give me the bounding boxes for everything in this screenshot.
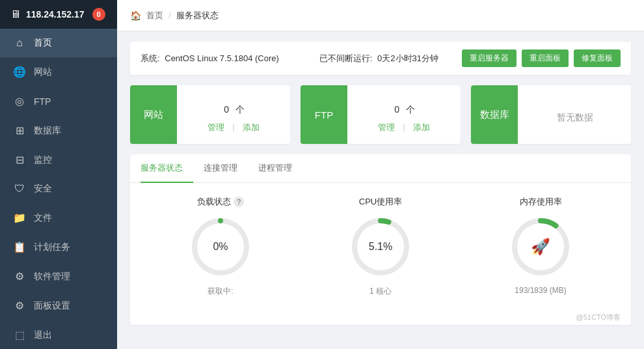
folder-icon: 📁 (13, 212, 26, 224)
memory-title-text: 内存使用率 (520, 196, 562, 208)
gauges-row: 负载状态 ? 0% 获取中: CPU使用率 (130, 183, 631, 310)
runtime-label-text: 已不间断运行: (319, 53, 373, 63)
sidebar-item-cron[interactable]: 📋 计划任务 (0, 232, 117, 262)
sidebar-item-database[interactable]: ⊞ 数据库 (0, 116, 117, 145)
globe-icon: 🌐 (13, 66, 26, 78)
cpu-subtitle: 1 核心 (369, 286, 392, 297)
stats-row: 网站 0 个 管理 | 添加 FTP (130, 85, 631, 144)
monitor-icon: 🖥 (10, 8, 21, 20)
sidebar-item-panel[interactable]: ⚙ 面板设置 (0, 291, 117, 320)
breadcrumb-home[interactable]: 首页 (146, 10, 163, 21)
monitor-nav-icon: ⊟ (13, 154, 26, 166)
sidebar-item-home[interactable]: ⌂ 首页 (0, 29, 117, 57)
sidebar-label-monitor: 监控 (34, 154, 52, 166)
load-gauge: 负载状态 ? 0% 获取中: (141, 196, 301, 297)
website-add-link[interactable]: 添加 (243, 122, 260, 133)
ftp-add-link[interactable]: 添加 (413, 122, 430, 133)
system-label: 系统: CentOS Linux 7.5.1804 (Core) (141, 53, 279, 64)
cpu-gauge-title: CPU使用率 (359, 196, 402, 208)
ftp-stat-card: FTP 0 个 管理 | 添加 (301, 85, 461, 144)
load-gauge-title: 负载状态 ? (197, 196, 244, 208)
cpu-value: 5.1% (369, 241, 392, 253)
website-count-unit: 个 (235, 104, 245, 115)
sidebar-label-ftp: FTP (34, 96, 51, 107)
memory-value: 🚀 (531, 238, 550, 256)
help-icon[interactable]: ? (234, 197, 244, 207)
ftp-card-body: 0 个 管理 | 添加 (347, 85, 461, 144)
memory-subtitle: 193/1839 (MB) (515, 286, 566, 295)
tab-process[interactable]: 进程管理 (248, 154, 302, 183)
sidebar-label-software: 软件管理 (34, 271, 70, 283)
page-content: 系统: CentOS Linux 7.5.1804 (Core) 已不间断运行:… (117, 31, 644, 349)
main-content: 🏠 首页 / 服务器状态 系统: CentOS Linux 7.5.1804 (… (117, 0, 644, 349)
home-icon: ⌂ (13, 37, 26, 49)
cpu-gauge-circle: 5.1% (348, 214, 413, 279)
sidebar: 🖥 118.24.152.17 0 ⌂ 首页 🌐 网站 ◎ FTP ⊞ 数据库 … (0, 0, 117, 349)
website-stat-card: 网站 0 个 管理 | 添加 (130, 85, 290, 144)
database-icon: ⊞ (13, 124, 26, 137)
sidebar-label-security: 安全 (34, 183, 52, 195)
sidebar-label-panel: 面板设置 (34, 300, 70, 312)
database-count: 暂无数据 (556, 104, 593, 126)
sidebar-label-database: 数据库 (34, 125, 61, 137)
system-info-bar: 系统: CentOS Linux 7.5.1804 (Core) 已不间断运行:… (130, 42, 631, 75)
logout-icon: ⬚ (13, 329, 26, 341)
sidebar-label-logout: 退出 (34, 329, 52, 341)
tabs-section: 服务器状态 连接管理 进程管理 负载状态 ? (130, 154, 631, 325)
load-subtitle: 获取中: (208, 286, 233, 297)
breadcrumb-current: 服务器状态 (176, 10, 219, 21)
cpu-title-text: CPU使用率 (359, 196, 402, 208)
sidebar-header: 🖥 118.24.152.17 0 (0, 0, 117, 29)
website-count-num: 0 (224, 104, 229, 115)
restart-server-button[interactable]: 重启服务器 (462, 49, 517, 67)
notification-badge[interactable]: 0 (92, 8, 105, 21)
memory-gauge-circle: 🚀 (508, 214, 573, 279)
ftp-icon: ◎ (13, 95, 26, 107)
cpu-gauge: CPU使用率 5.1% 1 核心 (301, 196, 461, 297)
ftp-card-label: FTP (301, 85, 347, 144)
sidebar-item-ftp[interactable]: ◎ FTP (0, 87, 117, 116)
sidebar-item-website[interactable]: 🌐 网站 (0, 57, 117, 87)
ftp-manage-link[interactable]: 管理 (378, 122, 395, 133)
tab-server-status[interactable]: 服务器状态 (141, 154, 193, 183)
database-card-body: 暂无数据 (518, 85, 631, 144)
software-icon: ⚙ (13, 270, 26, 283)
sidebar-item-security[interactable]: 🛡 安全 (0, 174, 117, 203)
sidebar-label-cron: 计划任务 (34, 242, 70, 253)
shield-icon: 🛡 (13, 183, 26, 195)
restart-panel-button[interactable]: 重启面板 (522, 49, 569, 67)
runtime-value-text: 0天2小时31分钟 (377, 53, 438, 63)
sidebar-nav: ⌂ 首页 🌐 网站 ◎ FTP ⊞ 数据库 ⊟ 监控 🛡 安全 📁 文件 📋 (0, 29, 117, 349)
sidebar-item-monitor[interactable]: ⊟ 监控 (0, 145, 117, 174)
runtime-label: 已不间断运行: 0天2小时31分钟 (319, 53, 438, 64)
website-card-body: 0 个 管理 | 添加 (177, 85, 290, 144)
sidebar-item-files[interactable]: 📁 文件 (0, 203, 117, 232)
tabs-header: 服务器状态 连接管理 进程管理 (130, 154, 631, 183)
sidebar-item-logout[interactable]: ⬚ 退出 (0, 320, 117, 349)
sidebar-item-software[interactable]: ⚙ 软件管理 (0, 262, 117, 291)
website-card-label: 网站 (130, 85, 177, 144)
load-gauge-circle: 0% (188, 214, 253, 279)
breadcrumb-home-icon: 🏠 (130, 10, 141, 21)
repair-panel-button[interactable]: 修复面板 (574, 49, 621, 67)
database-card-label: 数据库 (471, 85, 518, 144)
website-actions: 管理 | 添加 (208, 122, 259, 133)
load-value: 0% (213, 241, 228, 253)
sidebar-label-home: 首页 (34, 37, 52, 49)
ftp-count-num: 0 (394, 104, 399, 115)
website-manage-link[interactable]: 管理 (208, 122, 224, 133)
memory-gauge: 内存使用率 🚀 193/1839 (MB) (461, 196, 621, 297)
topbar: 🏠 首页 / 服务器状态 (117, 0, 644, 31)
database-count-text: 暂无数据 (557, 112, 593, 122)
panel-icon: ⚙ (13, 300, 26, 312)
database-stat-card: 数据库 暂无数据 (471, 85, 631, 144)
sidebar-label-website: 网站 (34, 66, 52, 78)
breadcrumb: 🏠 首页 / 服务器状态 (130, 10, 219, 21)
sidebar-label-files: 文件 (34, 212, 52, 224)
watermark: @51CTO博客 (130, 310, 631, 325)
ftp-count: 0 个 (393, 96, 415, 118)
tab-connection[interactable]: 连接管理 (193, 154, 248, 183)
ftp-actions: 管理 | 添加 (378, 122, 429, 133)
server-ip: 118.24.152.17 (26, 9, 85, 20)
breadcrumb-separator: / (168, 10, 171, 20)
